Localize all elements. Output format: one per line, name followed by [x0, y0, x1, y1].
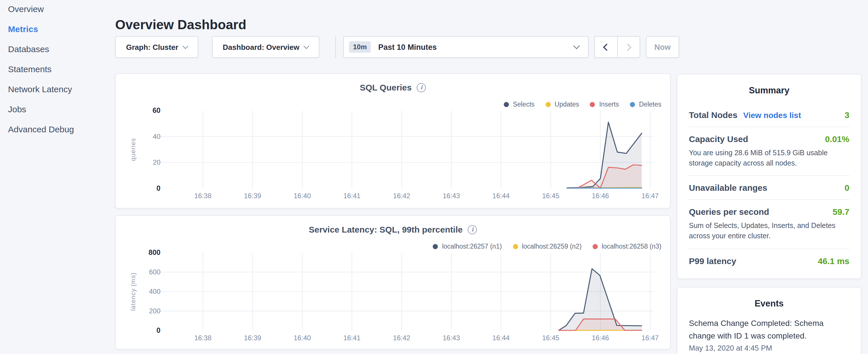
x-tick-label: 16:41: [343, 334, 361, 342]
sql-queries-chart-card: SQL Queries i SelectsUpdatesInsertsDelet…: [115, 73, 671, 208]
summary-rows: Total NodesView nodes list3Capacity Used…: [689, 103, 849, 272]
x-tick-label: 16:40: [294, 334, 311, 342]
x-tick-label: 16:43: [443, 334, 460, 342]
chevron-left-icon: [603, 43, 610, 51]
chevron-right-icon: [624, 43, 631, 51]
dashboard-dropdown-label: Dashboard: Overview: [223, 43, 299, 51]
events-panel: Events Schema Change Completed: Schema c…: [677, 287, 861, 354]
summary-row: Total NodesView nodes list3: [689, 103, 849, 127]
y-tick-label: 60: [152, 106, 160, 114]
summary-title: Summary: [689, 74, 849, 103]
summary-row-value: 0: [844, 183, 849, 193]
y-tick-label: 0: [156, 326, 160, 334]
summary-row-label: Queries per second: [689, 207, 769, 217]
sidebar-item-overview[interactable]: Overview: [8, 3, 115, 15]
graph-dropdown-label: Graph: Cluster: [126, 43, 178, 51]
y-tick-label: 600: [149, 268, 160, 276]
now-button[interactable]: Now: [646, 36, 679, 58]
y-tick-label: 40: [153, 133, 160, 140]
sql-queries-chart: 16:3816:3916:4016:4116:4216:4316:4416:45…: [116, 74, 671, 209]
time-range-dropdown[interactable]: 10m Past 10 Minutes: [343, 36, 589, 58]
x-tick-label: 16:44: [492, 192, 509, 200]
time-step-buttons: [594, 36, 640, 58]
sidebar-item-metrics[interactable]: Metrics: [8, 24, 115, 35]
service-latency-chart-card: Service Latency: SQL, 99th percentile i …: [115, 215, 671, 349]
x-tick-label: 16:41: [343, 192, 361, 200]
y-tick-label: 800: [149, 248, 160, 256]
x-tick-label: 16:42: [393, 192, 410, 200]
controls-divider: [335, 36, 336, 58]
time-step-forward-button[interactable]: [617, 37, 640, 57]
summary-row: Capacity Used0.01%You are using 28.6 MiB…: [689, 127, 849, 175]
y-tick-label: 400: [149, 288, 160, 295]
summary-row-label: Unavailable ranges: [689, 183, 767, 193]
summary-row-value: 0.01%: [825, 134, 849, 144]
event-timestamp: May 13, 2020 at 4:45 PM: [689, 344, 849, 353]
events-list: Schema Change Completed: Schema change w…: [689, 317, 849, 353]
service-latency-chart: 16:3816:3916:4016:4116:4216:4316:4416:45…: [116, 216, 671, 350]
view-nodes-link[interactable]: View nodes list: [743, 110, 801, 120]
summary-row: Queries per second59.7Sum of Selects, Up…: [689, 200, 849, 249]
y-tick-label: 200: [149, 307, 160, 315]
summary-panel: Summary Total NodesView nodes list3Capac…: [677, 74, 861, 279]
dashboard-dropdown[interactable]: Dashboard: Overview: [212, 36, 319, 58]
summary-row-value: 3: [844, 110, 849, 120]
dashboard-controls: Graph: Cluster Dashboard: Overview 10m P…: [0, 36, 868, 58]
event-text: Schema Change Completed: Schema change w…: [689, 317, 833, 342]
sidebar-item-network-latency[interactable]: Network Latency: [8, 84, 115, 95]
x-tick-label: 16:39: [244, 192, 261, 200]
y-tick-label: 0: [156, 184, 160, 192]
x-tick-label: 16:38: [194, 334, 212, 342]
summary-row-label: Total Nodes: [689, 110, 737, 120]
x-tick-label: 16:42: [393, 334, 410, 342]
summary-row: P99 latency46.1 ms: [689, 248, 849, 272]
x-tick-label: 16:46: [592, 192, 609, 200]
time-range-badge: 10m: [349, 41, 371, 53]
chevron-down-icon: [304, 43, 309, 49]
time-step-back-button[interactable]: [595, 37, 617, 57]
chevron-down-icon: [574, 43, 580, 49]
sidebar-item-advanced-debug[interactable]: Advanced Debug: [8, 124, 115, 135]
summary-row-value: 46.1 ms: [818, 256, 849, 265]
x-tick-label: 16:47: [642, 192, 659, 200]
summary-row-description: You are using 28.6 MiB of 515.9 GiB usab…: [689, 148, 849, 169]
x-tick-label: 16:38: [194, 192, 212, 200]
sidebar-item-jobs[interactable]: Jobs: [8, 104, 115, 115]
chevron-down-icon: [183, 43, 188, 49]
page-title: Overview Dashboard: [115, 16, 246, 33]
event-item[interactable]: Schema Change Completed: Schema change w…: [689, 317, 849, 353]
x-tick-label: 16:47: [642, 334, 659, 342]
time-range-label: Past 10 Minutes: [378, 43, 574, 51]
sidebar-item-statements[interactable]: Statements: [8, 64, 115, 75]
db-console-page: OverviewMetricsDatabasesStatementsNetwor…: [0, 0, 868, 354]
summary-row-description: Sum of Selects, Updates, Inserts, and De…: [689, 221, 849, 242]
graph-dropdown[interactable]: Graph: Cluster: [115, 36, 198, 58]
summary-row-value: 59.7: [833, 207, 849, 217]
x-tick-label: 16:46: [592, 334, 609, 342]
x-tick-label: 16:39: [244, 334, 261, 342]
summary-row: Unavailable ranges0: [689, 175, 849, 200]
x-tick-label: 16:43: [443, 192, 460, 200]
y-tick-label: 20: [153, 158, 160, 166]
x-tick-label: 16:45: [542, 192, 559, 200]
x-tick-label: 16:40: [294, 192, 311, 200]
summary-row-label: Capacity Used: [689, 134, 748, 144]
summary-row-label: P99 latency: [689, 256, 736, 265]
x-tick-label: 16:45: [542, 334, 559, 342]
x-tick-label: 16:44: [492, 334, 509, 342]
events-title: Events: [689, 288, 849, 316]
